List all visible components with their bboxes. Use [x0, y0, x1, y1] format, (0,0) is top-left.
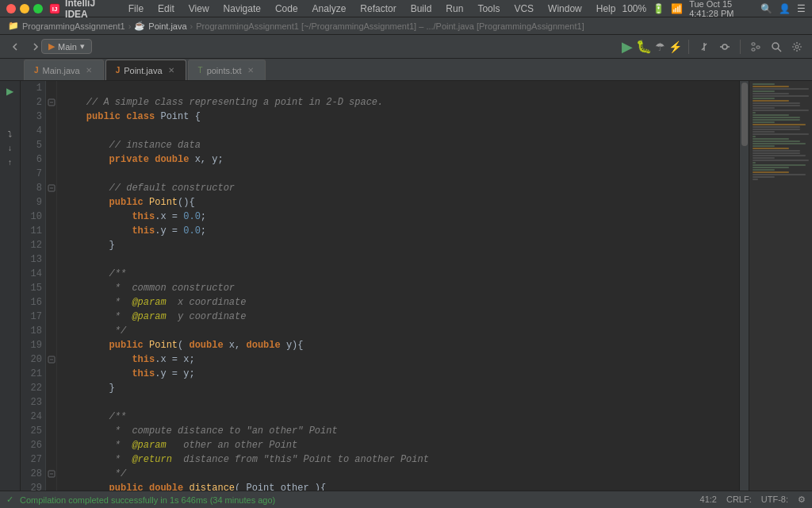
run-indicator[interactable]: ▶: [6, 84, 13, 98]
mini-line: [753, 164, 806, 166]
maximize-button[interactable]: [33, 4, 43, 13]
fold-marker-distance[interactable]: [46, 467, 57, 481]
mini-line: [753, 112, 756, 114]
tab-label-point-java: Point.java: [124, 66, 162, 75]
structure-btn[interactable]: [747, 38, 764, 56]
coverage-button[interactable]: ☂: [655, 40, 665, 53]
breadcrumb-file[interactable]: Point.java: [148, 21, 186, 31]
line-separator[interactable]: CRLF:: [726, 495, 752, 505]
menu-run[interactable]: Run: [439, 2, 469, 16]
app-icon: IJ: [49, 2, 60, 15]
mini-line: [753, 152, 800, 154]
mini-line: [753, 88, 809, 90]
menu-bar: IJ IntelliJ IDEA File Edit View Navigate…: [0, 0, 812, 17]
vcs-update-btn[interactable]: [695, 38, 713, 56]
minimize-button[interactable]: [20, 4, 29, 13]
code-editor[interactable]: // A simple class representing a point i…: [57, 81, 739, 491]
mini-line: [753, 117, 800, 118]
mini-line: [753, 155, 806, 156]
tab-close-point-java[interactable]: ✕: [167, 65, 176, 75]
file-icon: ☕: [134, 21, 145, 31]
svg-point-8: [772, 43, 779, 49]
step-into-icon: ↓: [8, 141, 12, 156]
run-config-dropdown[interactable]: ▶ Main ▾: [58, 38, 75, 56]
user-icon[interactable]: 👤: [779, 3, 791, 14]
toolbar-right: ▶ 🐛 ☂ ⚡: [622, 38, 806, 56]
mini-line: [753, 143, 806, 144]
breadcrumb-bar: 📁 ProgrammingAssignment1 › ☕ Point.java …: [0, 17, 812, 35]
encoding[interactable]: UTF-8:: [761, 495, 788, 505]
svg-line-9: [778, 48, 781, 52]
svg-point-10: [795, 45, 799, 48]
settings-icon[interactable]: ⚙: [798, 495, 806, 505]
dropdown-arrow: ▾: [80, 41, 85, 52]
search-everywhere-btn[interactable]: [768, 38, 785, 56]
fold-marker-class[interactable]: [46, 95, 57, 110]
mini-line: [753, 145, 775, 147]
mini-line: [753, 100, 789, 102]
menu-right: 100% 🔋 📶 Tue Oct 15 4:41:28 PM 🔍 👤 ☰: [622, 0, 806, 18]
menu-help[interactable]: Help: [590, 2, 622, 16]
tab-close-points-txt[interactable]: ✕: [246, 65, 255, 75]
search-icon[interactable]: 🔍: [760, 3, 772, 14]
main-config[interactable]: ▶ Main ▾: [41, 39, 92, 54]
zoom-level: 100%: [622, 3, 646, 14]
menu-edit[interactable]: Edit: [151, 2, 181, 16]
toolbar-sep2: [688, 40, 689, 54]
settings-icon[interactable]: ☰: [797, 3, 806, 14]
menu-vcs[interactable]: VCS: [508, 2, 540, 16]
menu-file[interactable]: File: [122, 2, 150, 16]
menu-analyze[interactable]: Analyze: [306, 2, 353, 16]
mini-line: [753, 160, 809, 161]
back-btn[interactable]: [6, 38, 24, 56]
cursor-position[interactable]: 41:2: [700, 495, 717, 505]
full-path: ProgrammingAssignment1 [~/ProgrammingAss…: [196, 21, 584, 31]
scroll-thumb[interactable]: [741, 83, 748, 146]
fold-marker-constructor1[interactable]: [46, 181, 57, 195]
mini-line: [753, 114, 789, 116]
profile-button[interactable]: ⚡: [668, 40, 682, 53]
wifi-icon: 📶: [671, 3, 683, 14]
mini-line: [753, 121, 775, 123]
tab-main-java[interactable]: J Main.java ✕: [24, 60, 104, 80]
menu-code[interactable]: Code: [269, 2, 304, 16]
mini-line: [753, 102, 800, 104]
tab-icon-points-txt: T: [198, 66, 203, 75]
datetime: Tue Oct 15 4:41:28 PM: [689, 0, 754, 18]
menu-navigate[interactable]: Navigate: [217, 2, 267, 16]
tab-close-main-java[interactable]: ✕: [84, 65, 94, 75]
svg-text:IJ: IJ: [52, 6, 58, 13]
project-name[interactable]: ProgrammingAssignment1: [22, 21, 125, 31]
mini-line: [753, 176, 775, 178]
mini-line: [753, 119, 800, 121]
menu-view[interactable]: View: [182, 2, 216, 16]
debug-button[interactable]: 🐛: [636, 39, 652, 54]
menu-items: File Edit View Navigate Code Analyze Ref…: [122, 2, 622, 16]
step-out-icon: ↑: [8, 156, 12, 170]
mini-line: [753, 98, 775, 99]
mini-line: [753, 90, 775, 92]
mini-line: [753, 150, 800, 152]
tab-point-java[interactable]: J Point.java ✕: [105, 60, 186, 80]
svg-point-2: [722, 44, 727, 49]
menu-tools[interactable]: Tools: [471, 2, 506, 16]
scrollbar[interactable]: [739, 81, 749, 491]
fold-marker-constructor2[interactable]: [46, 352, 57, 367]
mini-line: [753, 157, 775, 159]
menu-refactor[interactable]: Refactor: [354, 2, 402, 16]
run-config-label: Main: [58, 42, 77, 52]
close-button[interactable]: [6, 4, 16, 13]
breadcrumb-sep2: ›: [190, 21, 193, 31]
status-icon: ✓: [6, 495, 13, 505]
svg-rect-7: [752, 48, 755, 51]
menu-window[interactable]: Window: [542, 2, 588, 16]
svg-rect-6: [756, 46, 760, 48]
compilation-status: Compilation completed successfully in 1s…: [20, 495, 275, 505]
tab-points-txt[interactable]: T points.txt ✕: [188, 60, 266, 80]
mini-line: [753, 95, 809, 97]
settings-btn[interactable]: [788, 38, 806, 56]
commit-btn[interactable]: [716, 38, 733, 56]
run-button[interactable]: ▶: [622, 38, 633, 56]
menu-build[interactable]: Build: [404, 2, 439, 16]
mini-line: [753, 162, 756, 164]
